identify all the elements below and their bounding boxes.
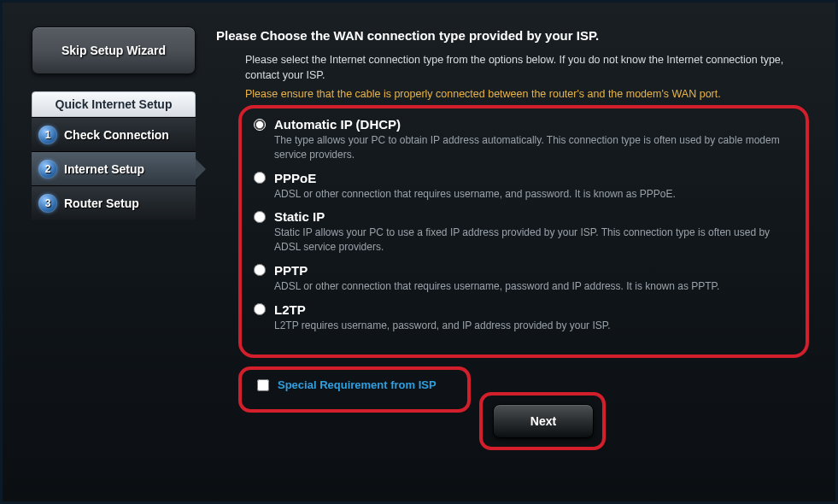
option-desc: ADSL or other connection that requires u… — [274, 187, 797, 202]
special-requirement-row[interactable]: Special Requirement from ISP — [257, 378, 437, 391]
sidebar: Skip Setup Wizard Quick Internet Setup 1… — [32, 26, 196, 220]
next-label: Next — [530, 414, 556, 428]
step-internet-setup[interactable]: 2 Internet Setup — [32, 151, 196, 185]
option-title: L2TP — [274, 302, 306, 317]
step-number-icon: 1 — [38, 126, 57, 144]
option-pptp: PPTP ADSL or other connection that requi… — [254, 263, 797, 294]
option-title: Static IP — [274, 209, 325, 224]
radio-static-ip[interactable] — [254, 211, 266, 223]
option-desc: The type allows your PC to obtain IP add… — [274, 133, 797, 162]
step-number-icon: 2 — [38, 160, 57, 179]
next-button[interactable]: Next — [493, 404, 594, 438]
option-title: PPTP — [274, 263, 308, 278]
step-number-icon: 3 — [38, 194, 57, 213]
wan-options: Automatic IP (DHCP) The type allows your… — [254, 117, 797, 342]
option-pppoe: PPPoE ADSL or other connection that requ… — [254, 171, 797, 202]
wizard-title: Quick Internet Setup — [32, 91, 196, 117]
option-row[interactable]: L2TP — [254, 302, 797, 317]
option-dhcp: Automatic IP (DHCP) The type allows your… — [254, 117, 797, 162]
skip-setup-wizard-button[interactable]: Skip Setup Wizard — [32, 26, 196, 74]
option-row[interactable]: PPTP — [254, 263, 797, 278]
main-content: Please Choose the WAN connection type pr… — [216, 28, 820, 486]
radio-l2tp[interactable] — [254, 303, 266, 315]
step-label: Router Setup — [64, 196, 139, 210]
option-row[interactable]: Static IP — [254, 209, 797, 224]
option-row[interactable]: Automatic IP (DHCP) — [254, 117, 797, 132]
skip-label: Skip Setup Wizard — [62, 44, 166, 57]
option-row[interactable]: PPPoE — [254, 171, 797, 185]
radio-dhcp[interactable] — [254, 119, 266, 131]
radio-pppoe[interactable] — [254, 172, 266, 184]
page-heading: Please Choose the WAN connection type pr… — [216, 28, 820, 43]
step-router-setup[interactable]: 3 Router Setup — [32, 185, 196, 220]
option-title: Automatic IP (DHCP) — [274, 117, 401, 132]
option-title: PPPoE — [274, 171, 316, 185]
router-wizard-frame: Skip Setup Wizard Quick Internet Setup 1… — [0, 0, 838, 504]
option-desc: ADSL or other connection that requires u… — [274, 279, 797, 294]
step-label: Check Connection — [64, 128, 169, 142]
page-description: Please select the Internet connection ty… — [245, 53, 792, 83]
option-desc: Static IP allows your PC to use a fixed … — [274, 226, 797, 255]
option-desc: L2TP requires username, password, and IP… — [274, 319, 797, 333]
step-check-connection[interactable]: 1 Check Connection — [32, 117, 196, 151]
special-requirement-label: Special Requirement from ISP — [278, 378, 437, 391]
special-requirement-checkbox[interactable] — [257, 379, 269, 391]
option-l2tp: L2TP L2TP requires username, password, a… — [254, 302, 797, 333]
step-label: Internet Setup — [64, 162, 144, 176]
radio-pptp[interactable] — [254, 264, 266, 276]
option-static-ip: Static IP Static IP allows your PC to us… — [254, 209, 797, 255]
page-warning: Please ensure that the cable is properly… — [245, 88, 792, 100]
